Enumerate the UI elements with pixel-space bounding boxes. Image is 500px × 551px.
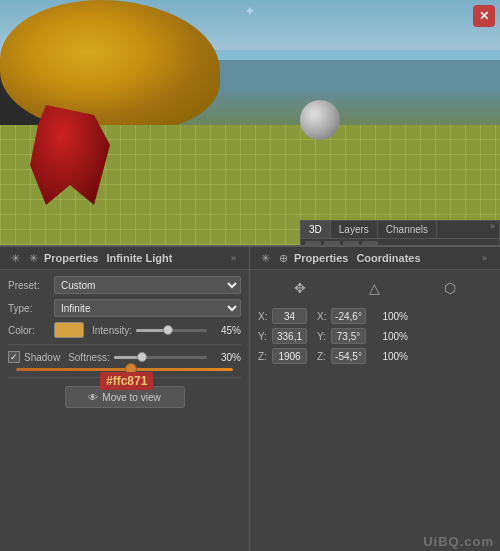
y-scale-value: 100% (376, 331, 408, 342)
y-axis-label: Y: (258, 331, 270, 342)
props-icon-big: ✳ (26, 251, 40, 265)
coord-row-z: Z: Z: 100% (258, 348, 492, 364)
toolbar-btn-1[interactable]: ⊞ (305, 241, 321, 245)
shadow-checkbox[interactable] (8, 351, 20, 363)
y-angle-label: Y: (317, 331, 329, 342)
left-props-body: Preset: Custom Type: Infinite Color: Int… (0, 270, 249, 422)
preset-label: Preset: (8, 280, 50, 291)
coord-row-x: X: X: 100% (258, 308, 492, 324)
3d-red-object (30, 105, 110, 205)
tab-channels[interactable]: Channels (378, 221, 437, 238)
softness-label: Softness: (68, 352, 110, 363)
coord-row-y: Y: Y: 100% (258, 328, 492, 344)
color-swatch[interactable] (54, 322, 84, 338)
right-icon-2: ⊕ (276, 251, 290, 265)
panel-tabs: 3D Layers Channels » (301, 221, 499, 239)
shadow-row: Shadow Softness: 30% (8, 351, 241, 363)
3d-panel: 3D Layers Channels » ⊞ ≡ ◈ ◎ 🌐 Environme… (300, 220, 500, 245)
intensity-thumb[interactable] (163, 325, 173, 335)
toolbar-btn-4[interactable]: ◎ (362, 241, 378, 245)
right-properties-panel: ✳ ⊕ Properties Coordinates » ✥ △ ⬡ X: X:… (250, 245, 500, 551)
red-shape (30, 105, 110, 205)
right-props-header: ✳ ⊕ Properties Coordinates » (250, 247, 500, 270)
left-properties-panel: ✳ ✳ Properties Infinite Light » Preset: … (0, 245, 250, 551)
left-props-title: Properties (44, 252, 98, 264)
color-row: Color: Intensity: 45% (8, 322, 241, 338)
panel-toolbar: ⊞ ≡ ◈ ◎ (301, 239, 499, 245)
toolbar-btn-3[interactable]: ◈ (343, 241, 359, 245)
scale-transform-icon[interactable]: ⬡ (438, 276, 462, 300)
close-viewport-button[interactable]: ✕ (473, 5, 495, 27)
x-angle-input[interactable] (331, 308, 366, 324)
orange-accent-slider[interactable] (16, 368, 233, 371)
z-angle-input[interactable] (331, 348, 366, 364)
right-icon-1: ✳ (258, 251, 272, 265)
shadow-checkbox-label: Shadow (8, 351, 60, 363)
move-transform-icon[interactable]: ✥ (288, 276, 312, 300)
watermark: UiBQ.com (423, 534, 494, 549)
z-scale-value: 100% (376, 351, 408, 362)
tab-3d[interactable]: 3D (301, 221, 331, 238)
left-props-header: ✳ ✳ Properties Infinite Light » (0, 247, 249, 270)
hex-color-tooltip: #ffc871 (100, 372, 153, 390)
y-position-input[interactable] (272, 328, 307, 344)
coord-icons-row: ✥ △ ⬡ (258, 276, 492, 300)
move-icon: 👁 (88, 392, 98, 403)
3d-viewport: ✦ ✕ 3D Layers Channels » ⊞ ≡ ◈ ◎ 🌐 Envir… (0, 0, 500, 245)
move-to-view-label: Move to view (102, 392, 160, 403)
left-props-subtitle: Infinite Light (106, 252, 172, 264)
intensity-label: Intensity: (92, 325, 132, 336)
x-axis-label: X: (258, 311, 270, 322)
y-angle-input[interactable] (331, 328, 366, 344)
right-props-subtitle: Coordinates (356, 252, 420, 264)
x-scale-value: 100% (376, 311, 408, 322)
divider-1 (8, 344, 241, 345)
props-icon-small: ✳ (8, 251, 22, 265)
rotate-transform-icon[interactable]: △ (363, 276, 387, 300)
intensity-value: 45% (211, 325, 241, 336)
softness-slider[interactable] (114, 356, 207, 359)
z-position-input[interactable] (272, 348, 307, 364)
panel-expand-icon: » (486, 221, 499, 238)
left-props-expand: » (231, 253, 241, 263)
preset-row: Preset: Custom (8, 276, 241, 294)
intensity-slider[interactable] (136, 329, 207, 332)
right-props-title: Properties (294, 252, 348, 264)
sphere-object (300, 100, 340, 140)
coordinates-grid: ✥ △ ⬡ X: X: 100% Y: Y: (250, 270, 500, 374)
type-label: Type: (8, 303, 50, 314)
z-angle-label: Z: (317, 351, 329, 362)
shadow-label: Shadow (24, 352, 60, 363)
z-axis-label: Z: (258, 351, 270, 362)
softness-thumb[interactable] (137, 352, 147, 362)
viewport-star-icon: ✦ (244, 3, 256, 19)
x-position-input[interactable] (272, 308, 307, 324)
type-row: Type: Infinite (8, 299, 241, 317)
softness-value: 30% (211, 352, 241, 363)
intensity-slider-container (136, 329, 207, 332)
x-angle-label: X: (317, 311, 329, 322)
preset-select[interactable]: Custom (54, 276, 241, 294)
type-select[interactable]: Infinite (54, 299, 241, 317)
color-label: Color: (8, 325, 50, 336)
softness-slider-container (114, 356, 207, 359)
right-props-expand: » (482, 253, 492, 263)
tab-layers[interactable]: Layers (331, 221, 378, 238)
toolbar-btn-2[interactable]: ≡ (324, 241, 340, 245)
bottom-panels: ✳ ✳ Properties Infinite Light » Preset: … (0, 245, 500, 551)
